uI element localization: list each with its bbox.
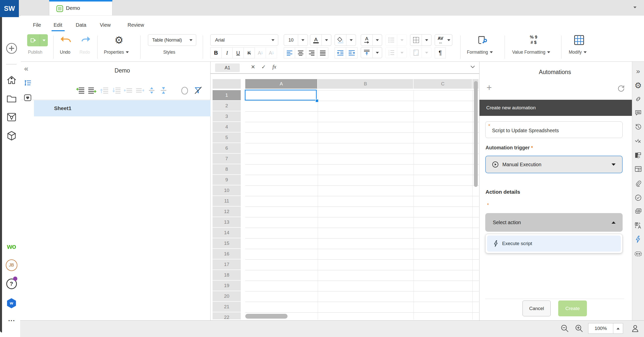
grid-row-21[interactable] [245, 302, 479, 313]
align-center-button[interactable] [295, 47, 306, 58]
row-header-7[interactable]: 7 [213, 154, 241, 164]
collapse-rows-icon[interactable] [160, 87, 167, 94]
modify-icon[interactable] [574, 35, 585, 46]
automation-name-input[interactable]: * Script to Update Spreadsheets [485, 121, 623, 138]
menu-file[interactable]: File [32, 21, 42, 29]
expand-rail-icon[interactable]: » [636, 67, 640, 75]
document-tab[interactable]: Demo [49, 0, 112, 15]
user-icon[interactable] [631, 324, 639, 333]
zoom-out-icon[interactable] [560, 324, 569, 333]
row-header-18[interactable]: 18 [213, 270, 241, 280]
grid-row-19[interactable] [245, 281, 479, 291]
row-header-21[interactable]: 21 [213, 302, 241, 312]
menu-view[interactable]: View [99, 21, 112, 29]
properties-label[interactable]: Properties [104, 50, 129, 55]
fill-color-button[interactable] [335, 34, 356, 46]
row-header-2[interactable]: 2 [213, 101, 241, 111]
attachment-icon[interactable] [635, 180, 641, 187]
add-automation-icon[interactable]: + [487, 84, 492, 91]
numbered-list-button[interactable]: 123 [385, 47, 407, 58]
grid-row-18[interactable] [245, 270, 479, 281]
row-header-22[interactable]: 22 [213, 312, 241, 319]
value-formatting-label[interactable]: Value Formatting [512, 50, 550, 55]
font-size-select[interactable]: 10 [284, 34, 308, 46]
avatar[interactable]: JB [6, 259, 17, 271]
align-justify-button[interactable] [317, 47, 328, 58]
add-new-icon[interactable] [6, 42, 18, 54]
formula-bar-expand-icon[interactable] [470, 65, 475, 69]
grid-row-7[interactable] [245, 154, 479, 164]
properties-gear-icon[interactable]: ⚙ [113, 34, 125, 46]
validation-icon[interactable] [635, 137, 641, 144]
grid-row-3[interactable] [245, 112, 479, 122]
row-header-1[interactable]: 1 [213, 90, 241, 100]
row-header-6[interactable]: 6 [213, 143, 241, 153]
redo-button[interactable] [79, 35, 91, 45]
sheet-list-item[interactable]: Sheet1 [34, 100, 211, 116]
confirm-entry-icon[interactable]: ✓ [261, 64, 266, 70]
refresh-icon[interactable] [617, 85, 625, 92]
grid-row-12[interactable] [245, 207, 479, 217]
automations-bolt-icon[interactable] [635, 235, 641, 243]
align-left-button[interactable] [284, 47, 295, 58]
zoom-in-icon[interactable] [575, 324, 583, 333]
workspace-logo[interactable]: wo [7, 243, 16, 251]
row-header-9[interactable]: 9 [213, 175, 241, 185]
vertical-scrollbar[interactable] [474, 81, 478, 187]
trigger-select[interactable]: Manual Execution [485, 156, 623, 173]
row-header-3[interactable]: 3 [213, 111, 241, 121]
grid-row-14[interactable] [245, 228, 479, 239]
italic-button[interactable]: I [221, 47, 233, 58]
fill-handle[interactable] [315, 99, 319, 103]
subscript-button[interactable]: A1 [266, 47, 277, 58]
publish-button[interactable] [27, 34, 48, 46]
menu-edit[interactable]: Edit [53, 21, 63, 29]
approval-icon[interactable] [635, 194, 641, 201]
superscript-button[interactable]: A1 [255, 47, 266, 58]
text-direction-button[interactable]: A [361, 34, 382, 46]
grid-row-11[interactable] [245, 196, 479, 207]
tabstrip-caret-icon[interactable] [633, 7, 636, 8]
column-header-A[interactable]: A [245, 79, 317, 89]
history-icon[interactable] [635, 124, 641, 130]
translate-icon[interactable] [635, 222, 642, 229]
insert-sheet-below-icon[interactable] [88, 87, 96, 94]
grid-row-2[interactable] [245, 101, 479, 112]
row-header-14[interactable]: 14 [213, 228, 241, 238]
circle-tool-icon[interactable] [181, 87, 189, 95]
app-logo[interactable]: SW [0, 0, 19, 17]
grid-row-8[interactable] [245, 164, 479, 175]
grid-row-15[interactable] [245, 239, 479, 249]
home-icon[interactable] [6, 75, 17, 85]
link-icon[interactable] [635, 96, 641, 102]
vertical-align-button[interactable] [361, 47, 382, 58]
page-orientation-button[interactable] [410, 47, 431, 58]
grid-row-20[interactable] [245, 291, 479, 302]
outline-tree-icon[interactable] [24, 79, 32, 86]
row-header-5[interactable]: 5 [213, 132, 241, 143]
font-family-select[interactable]: Arial [210, 34, 278, 46]
grid-row-13[interactable] [245, 217, 479, 228]
select-all-corner[interactable] [213, 79, 241, 89]
pilcrow-button[interactable]: ¶ [435, 47, 446, 58]
letter-spacing-button[interactable]: AV ↔ [435, 34, 452, 46]
row-header-10[interactable]: 10 [213, 185, 241, 195]
row-header-19[interactable]: 19 [213, 281, 241, 291]
row-header-20[interactable]: 20 [213, 291, 241, 301]
filter-icon[interactable] [194, 86, 203, 95]
insert-sheet-above-icon[interactable] [76, 87, 85, 94]
row-header-16[interactable]: 16 [213, 249, 241, 259]
column-header-C[interactable]: C [414, 79, 472, 89]
integration-badge-icon[interactable]: w [7, 298, 16, 308]
create-button[interactable]: Create [558, 300, 587, 316]
move-down-icon[interactable] [112, 87, 121, 94]
cell-reference-box[interactable]: A1 [215, 63, 240, 72]
menu-data[interactable]: Data [75, 21, 87, 29]
formatting-label[interactable]: Formatting [467, 50, 493, 55]
row-header-11[interactable]: 11 [213, 196, 241, 206]
collapse-panel-icon[interactable]: « [24, 65, 28, 72]
column-header-B[interactable]: B [318, 79, 413, 89]
action-select[interactable]: Select action [485, 213, 623, 232]
move-left-icon[interactable] [124, 87, 133, 94]
align-right-button[interactable] [306, 47, 317, 58]
